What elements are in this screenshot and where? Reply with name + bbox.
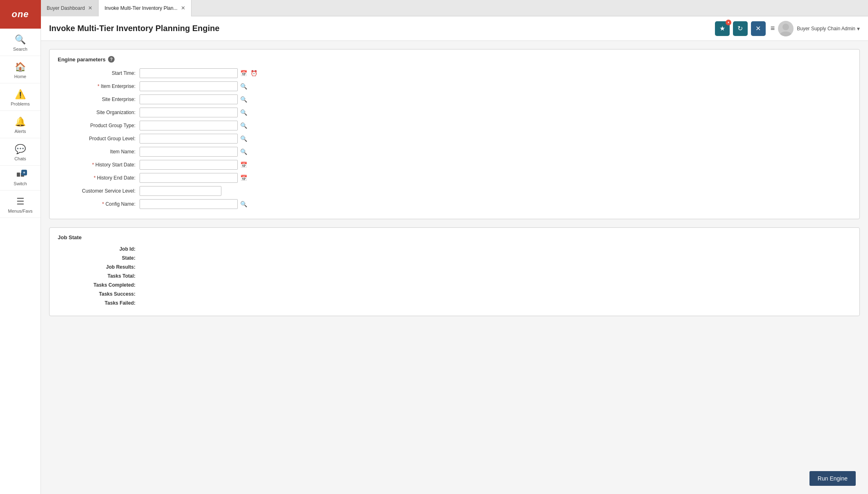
- label-config-name: Config Name:: [58, 201, 140, 207]
- user-role-label: Buyer Supply Chain Admin: [797, 26, 855, 31]
- sidebar-item-label: Problems: [11, 101, 29, 106]
- label-product-group-level: Product Group Level:: [58, 136, 140, 141]
- sidebar: one 🔍 Search 🏠 Home ⚠️ Problems 🔔 Alerts…: [0, 0, 41, 494]
- label-history-end-date: History End Date:: [58, 175, 140, 181]
- refresh-icon: ↻: [737, 25, 743, 32]
- input-customer-service-level[interactable]: [140, 186, 221, 196]
- sidebar-item-label: Home: [14, 74, 26, 79]
- user-role-selector[interactable]: Buyer Supply Chain Admin ▾: [797, 25, 860, 32]
- refresh-button[interactable]: ↻: [733, 21, 748, 36]
- field-product-group-level: Product Group Level: 🔍: [58, 134, 851, 144]
- sidebar-item-search[interactable]: 🔍 Search: [0, 29, 41, 56]
- input-wrap-start-time: 📅 ⏰: [140, 68, 258, 78]
- header-actions: ★ ↻ ✕ ≡ Buyer Supply: [715, 21, 860, 36]
- close-icon: ✕: [755, 25, 761, 32]
- job-state-title: Job State: [58, 234, 851, 240]
- input-product-group-level[interactable]: [140, 134, 238, 144]
- field-history-end-date: History End Date: 📅: [58, 173, 851, 183]
- search-icon-config-name[interactable]: 🔍: [239, 201, 248, 207]
- input-wrap-product-group-level: 🔍: [140, 134, 248, 144]
- sidebar-item-alerts[interactable]: 🔔 Alerts: [0, 111, 41, 138]
- svg-rect-0: [17, 173, 20, 177]
- search-icon: 🔍: [15, 34, 26, 45]
- search-icon-product-group-level[interactable]: 🔍: [239, 135, 248, 142]
- label-product-group-type: Product Group Type:: [58, 123, 140, 128]
- field-site-enterprise: Site Enterprise: 🔍: [58, 94, 851, 104]
- sidebar-item-switch[interactable]: Switch: [0, 166, 41, 191]
- field-tasks-total: Tasks Total:: [58, 273, 851, 279]
- label-state: State:: [58, 255, 140, 261]
- input-item-name[interactable]: [140, 147, 238, 157]
- input-wrap-product-group-type: 🔍: [140, 121, 248, 130]
- svg-marker-4: [728, 21, 729, 23]
- switch-icon: [16, 171, 25, 180]
- label-tasks-completed: Tasks Completed:: [58, 282, 140, 288]
- warning-icon: ⚠️: [15, 89, 26, 100]
- menu-icon: ☰: [16, 196, 25, 207]
- label-site-organization: Site Organization:: [58, 110, 140, 115]
- help-icon[interactable]: ?: [108, 56, 115, 63]
- search-icon-product-group-type[interactable]: 🔍: [239, 122, 248, 129]
- run-engine-button[interactable]: Run Engine: [809, 471, 856, 486]
- search-icon-site-organization[interactable]: 🔍: [239, 109, 248, 116]
- search-icon-item-enterprise[interactable]: 🔍: [239, 83, 248, 90]
- input-config-name[interactable]: [140, 199, 238, 209]
- tab-bar: Buyer Dashboard ✕ Invoke Multi-Tier Inve…: [41, 0, 868, 16]
- page-title: Invoke Multi-Tier Inventory Planning Eng…: [49, 24, 219, 33]
- tab-label: Invoke Multi-Tier Inventory Plan...: [104, 5, 177, 11]
- input-history-end-date[interactable]: [140, 173, 238, 183]
- main-area: Buyer Dashboard ✕ Invoke Multi-Tier Inve…: [41, 0, 868, 494]
- label-tasks-total: Tasks Total:: [58, 273, 140, 279]
- close-button[interactable]: ✕: [751, 21, 766, 36]
- close-tab-buyer-dashboard[interactable]: ✕: [88, 5, 92, 11]
- input-wrap-item-enterprise: 🔍: [140, 81, 248, 91]
- sidebar-item-label: Switch: [14, 181, 27, 186]
- label-customer-service-level: Customer Service Level:: [58, 188, 140, 194]
- chevron-down-icon: ▾: [857, 25, 860, 32]
- field-state: State:: [58, 255, 851, 261]
- sidebar-item-label: Alerts: [14, 129, 26, 134]
- field-config-name: Config Name: 🔍: [58, 199, 851, 209]
- input-product-group-type[interactable]: [140, 121, 238, 130]
- field-site-organization: Site Organization: 🔍: [58, 108, 851, 117]
- input-start-time[interactable]: [140, 68, 238, 78]
- field-job-id: Job Id:: [58, 246, 851, 252]
- label-site-enterprise: Site Enterprise:: [58, 97, 140, 102]
- input-item-enterprise[interactable]: [140, 81, 238, 91]
- input-wrap-history-end-date: 📅: [140, 173, 248, 183]
- label-item-name: Item Name:: [58, 149, 140, 155]
- tab-invoke-engine[interactable]: Invoke Multi-Tier Inventory Plan... ✕: [99, 0, 191, 16]
- field-history-start-date: History Start Date: 📅: [58, 160, 851, 170]
- calendar-icon-history-end[interactable]: 📅: [239, 175, 248, 181]
- label-tasks-failed: Tasks Failed:: [58, 300, 140, 306]
- sidebar-item-menus[interactable]: ☰ Menus/Favs: [0, 191, 41, 218]
- field-product-group-type: Product Group Type: 🔍: [58, 121, 851, 130]
- sidebar-item-label: Search: [13, 47, 27, 52]
- search-icon-item-name[interactable]: 🔍: [239, 148, 248, 155]
- sidebar-item-home[interactable]: 🏠 Home: [0, 56, 41, 83]
- avatar: [778, 21, 794, 36]
- sidebar-item-problems[interactable]: ⚠️ Problems: [0, 83, 41, 111]
- close-tab-invoke-engine[interactable]: ✕: [181, 5, 185, 11]
- calendar-icon-history-start[interactable]: 📅: [239, 162, 248, 168]
- engine-params-title: Engine parameters ?: [58, 56, 851, 63]
- clock-icon-start[interactable]: ⏰: [250, 70, 258, 76]
- chat-icon: 💬: [15, 144, 26, 155]
- svg-point-6: [780, 31, 791, 36]
- input-wrap-customer-service-level: [140, 186, 221, 196]
- sidebar-item-chats[interactable]: 💬 Chats: [0, 138, 41, 166]
- search-icon-site-enterprise[interactable]: 🔍: [239, 96, 248, 103]
- field-customer-service-level: Customer Service Level:: [58, 186, 851, 196]
- input-history-start-date[interactable]: [140, 160, 238, 170]
- hamburger-icon: ≡: [771, 24, 775, 32]
- sidebar-item-label: Menus/Favs: [8, 209, 33, 213]
- input-wrap-item-name: 🔍: [140, 147, 248, 157]
- menu-button[interactable]: ≡: [771, 24, 775, 33]
- input-site-enterprise[interactable]: [140, 94, 238, 104]
- calendar-icon-start[interactable]: 📅: [239, 70, 248, 76]
- input-site-organization[interactable]: [140, 108, 238, 117]
- field-tasks-failed: Tasks Failed:: [58, 300, 851, 306]
- tab-buyer-dashboard[interactable]: Buyer Dashboard ✕: [41, 0, 99, 16]
- app-logo[interactable]: one: [0, 0, 41, 29]
- notification-wrap: ★: [715, 21, 730, 36]
